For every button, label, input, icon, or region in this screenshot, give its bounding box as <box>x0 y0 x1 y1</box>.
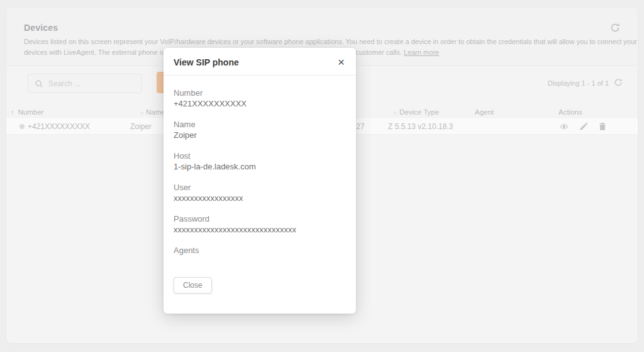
field-value <box>174 256 346 266</box>
field-label: Number <box>174 88 346 98</box>
view-sip-phone-dialog: View SIP phone × Number +421XXXXXXXXXX N… <box>164 48 356 314</box>
field-label: Password <box>174 214 346 224</box>
field-value: +421XXXXXXXXXX <box>174 99 346 109</box>
close-icon[interactable]: × <box>335 55 347 69</box>
field-value: 1-sip-la-de.ladesk.com <box>174 162 346 172</box>
dialog-footer: Close <box>174 277 212 293</box>
field-password: Password xxxxxxxxxxxxxxxxxxxxxxxxxxxxxx <box>174 214 346 235</box>
field-value: xxxxxxxxxxxxxxxxx <box>174 193 346 203</box>
close-button[interactable]: Close <box>174 277 212 293</box>
field-value: xxxxxxxxxxxxxxxxxxxxxxxxxxxxxx <box>174 225 346 235</box>
dialog-header: View SIP phone × <box>164 48 356 76</box>
field-number: Number +421XXXXXXXXXX <box>174 88 346 109</box>
field-value: Zoiper <box>174 130 346 140</box>
field-label: Name <box>174 120 346 130</box>
field-host: Host 1-sip-la-de.ladesk.com <box>174 151 346 172</box>
devices-page: Devices Devices listed on this screen re… <box>0 0 644 352</box>
field-label: Host <box>174 151 346 161</box>
field-name: Name Zoiper <box>174 120 346 140</box>
field-label: User <box>174 183 346 193</box>
field-user: User xxxxxxxxxxxxxxxxx <box>174 183 346 203</box>
dialog-body: Number +421XXXXXXXXXX Name Zoiper Host 1… <box>164 76 356 266</box>
field-label: Agents <box>174 246 346 256</box>
dialog-title: View SIP phone <box>174 57 239 67</box>
field-agents: Agents <box>174 246 346 266</box>
